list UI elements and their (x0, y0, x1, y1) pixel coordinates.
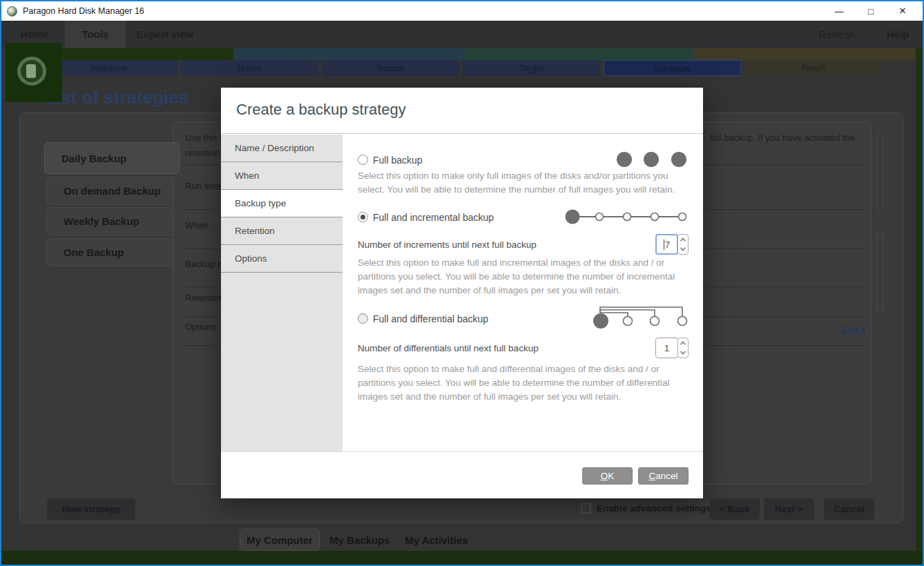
advanced-settings-label: Enable advanced settings (597, 503, 711, 514)
increments-input[interactable]: 7 (655, 234, 678, 255)
refresh-button[interactable]: Refresh (808, 21, 866, 48)
differentials-up-button[interactable] (678, 338, 688, 348)
details-description-fragment: retention (185, 148, 220, 158)
maximize-button[interactable]: □ (855, 1, 887, 21)
differential-backup-label: Full and differential backup (373, 313, 488, 324)
differential-backup-description: Select this option to make full and diff… (358, 362, 688, 404)
main-nav-bar: Home Tools Expert view Refresh Help (1, 21, 923, 48)
field-label-when: When (185, 220, 209, 231)
advanced-settings-checkbox[interactable] (581, 503, 591, 514)
chevron-up-icon (680, 237, 686, 243)
full-backup-radio[interactable] (358, 155, 368, 165)
nav-tab-tools[interactable]: Tools (65, 21, 126, 48)
dialog-content: Full backup Select this option to make o… (343, 135, 703, 451)
increments-down-button[interactable] (678, 244, 688, 254)
strategy-item-weekly[interactable]: Weekly Backup (46, 207, 174, 235)
new-strategy-button[interactable]: New strategy (47, 498, 135, 520)
wizard-step-target[interactable]: Target (463, 60, 600, 76)
app-icon (7, 6, 17, 17)
incremental-backup-description: Select this option to make full and incr… (358, 256, 688, 297)
differentials-count-label: Number of differentials until next full … (358, 343, 539, 353)
spinner-buttons (677, 234, 689, 255)
wizard-step-source[interactable]: Source (322, 60, 459, 76)
differential-backup-diagram (586, 302, 691, 333)
app-window: Home Tools Expert view Refresh Help Welc… (0, 0, 924, 566)
incremental-backup-radio[interactable] (358, 212, 368, 222)
field-label-run-time: Run time (185, 181, 221, 191)
chevron-down-icon (680, 245, 686, 251)
incremental-backup-label: Full and incremental backup (373, 212, 494, 223)
wizard-step-finish[interactable]: Finish (744, 60, 882, 76)
next-button[interactable]: Next > (764, 498, 814, 520)
wizard-step-name[interactable]: Name (181, 60, 318, 76)
spinner-buttons (677, 338, 689, 358)
window-titlebar: Paragon Hard Disk Manager 16 — □ × (1, 1, 923, 21)
bottom-green-strip (1, 551, 923, 565)
tab-my-computer[interactable]: My Computer (240, 529, 320, 551)
chevron-down-icon (680, 349, 686, 354)
dialog-tab-options[interactable]: Options (221, 245, 343, 273)
nav-tab-expert-view[interactable]: Expert view (127, 21, 203, 48)
scrollbar-thumb[interactable] (877, 232, 883, 312)
create-backup-strategy-dialog: Create a backup strategy Name / Descript… (221, 88, 703, 498)
increments-spinner: 7 (655, 234, 689, 255)
dialog-sidebar: Name / Description When Backup type Rete… (221, 135, 343, 451)
dialog-cancel-button[interactable]: Cancel (638, 467, 689, 485)
progress-segment-teal (463, 48, 694, 60)
tab-my-activities[interactable]: My Activities (401, 529, 472, 551)
details-description-fragment: Use this s (185, 133, 224, 143)
strategy-item-one[interactable]: One Backup (46, 238, 174, 266)
differential-backup-radio[interactable] (358, 313, 368, 324)
field-label-retention: Retention (185, 293, 224, 303)
dialog-tab-name-description[interactable]: Name / Description (221, 135, 343, 162)
disk-icon-detail (26, 64, 36, 78)
close-button[interactable]: × (887, 1, 918, 21)
cancel-button-background[interactable]: Cancel (824, 498, 874, 520)
differentials-down-button[interactable] (678, 348, 688, 358)
field-label-options: Options (185, 322, 216, 332)
full-backup-description: Select this option to make only full ima… (358, 169, 688, 197)
wizard-step-schedule[interactable]: Schedule (604, 60, 741, 76)
scrollbar-thumb[interactable] (877, 131, 883, 213)
dialog-footer: OK Cancel (221, 451, 703, 498)
full-backup-diagram (603, 148, 689, 170)
incremental-backup-diagram (561, 205, 689, 228)
strategy-item-on-demand[interactable]: On demand Backup (46, 177, 174, 205)
details-description-fragment: full backup. If you have activated the (710, 133, 855, 143)
back-button[interactable]: < Back (710, 498, 760, 520)
increments-up-button[interactable] (678, 235, 688, 244)
strategy-item-daily[interactable]: Daily Backup (44, 142, 180, 174)
tab-my-backups[interactable]: My Backups (327, 529, 393, 551)
dialog-header: Create a backup strategy (221, 88, 703, 134)
chevron-up-icon (680, 341, 686, 347)
progress-segment-orange (694, 48, 923, 60)
differentials-spinner: 1 (655, 338, 689, 358)
right-green-strip (916, 48, 923, 551)
paragon-logo (6, 43, 62, 102)
page-title: List of strategies (45, 87, 189, 108)
edit-link[interactable]: Edit ▾ (841, 324, 865, 335)
text-caret (664, 240, 664, 250)
dialog-tab-retention[interactable]: Retention (221, 217, 343, 245)
dialog-title: Create a backup strategy (236, 101, 406, 119)
differentials-input[interactable]: 1 (655, 338, 678, 358)
dialog-tab-backup-type[interactable]: Backup type (221, 190, 343, 217)
help-button[interactable]: Help (876, 21, 920, 48)
ok-button[interactable]: OK (582, 467, 633, 485)
dialog-tab-when[interactable]: When (221, 162, 343, 190)
minimize-button[interactable]: — (823, 1, 855, 21)
increments-count-label: Number of increments until next full bac… (358, 240, 537, 250)
progress-segment-blue (233, 48, 463, 60)
window-title: Paragon Hard Disk Manager 16 (23, 6, 144, 16)
full-backup-label: Full backup (373, 155, 423, 166)
